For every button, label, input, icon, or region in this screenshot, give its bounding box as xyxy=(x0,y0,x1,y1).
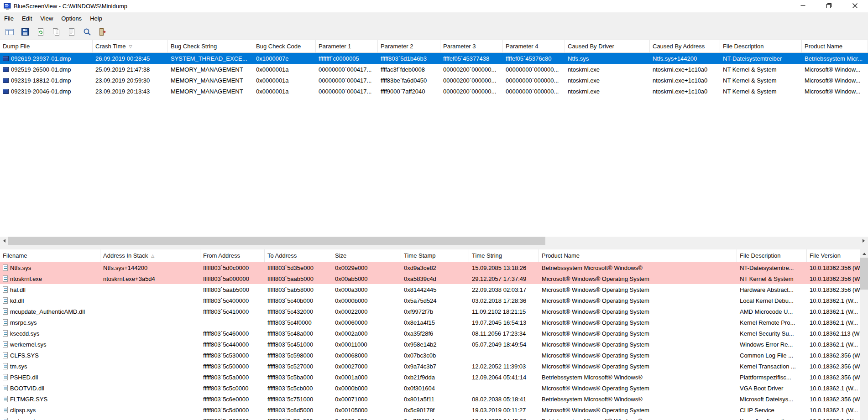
column-header-to-address[interactable]: To Address xyxy=(265,249,332,262)
column-header-product-name[interactable]: Product Name xyxy=(802,40,868,52)
cell-time-stamp: 0x07bc3c0b xyxy=(401,350,469,361)
menu-options[interactable]: Options xyxy=(57,13,86,24)
column-header-caused-by-driver[interactable]: Caused By Driver xyxy=(565,40,650,52)
table-row[interactable]: msrpc.sysfffff803`5c4f00000x000600000x8e… xyxy=(0,317,860,328)
menu-view[interactable]: View xyxy=(36,13,57,24)
cell-time-string: 12.09.2064 05:41:14 xyxy=(469,372,539,383)
cell-bug-check-code: 0x1000007e xyxy=(253,53,316,64)
cell-from-address: fffff803`5c6e0000 xyxy=(200,394,265,404)
table-row[interactable]: CLFS.SYSfffff803`5c530000fffff803`5c5980… xyxy=(0,350,860,361)
cell-time-stamp: 0x5c90178f xyxy=(401,404,469,415)
table-row[interactable]: cmimcext.sysfffff803`5c760000fffff803`5c… xyxy=(0,415,860,420)
scroll-left-arrow[interactable] xyxy=(0,237,8,245)
menu-file[interactable]: File xyxy=(0,13,18,24)
cell-time-string xyxy=(469,350,539,361)
minimize-button[interactable] xyxy=(790,0,816,12)
cell-file-description: Plattformspezifisc... xyxy=(737,372,807,383)
cell-from-address: fffff803`5c760000 xyxy=(200,415,265,420)
column-header-dump-file[interactable]: Dump File xyxy=(0,40,93,52)
table-row[interactable]: tm.sysfffff803`5c500000fffff803`5c527000… xyxy=(0,361,860,372)
cell-address-in-stack xyxy=(100,317,200,328)
cell-file-description: NT Kernel & System xyxy=(720,64,802,75)
vertical-scrollbar-thumb[interactable] xyxy=(860,258,868,290)
menu-edit[interactable]: Edit xyxy=(18,13,36,24)
table-row[interactable]: hal.dllfffff803`5aab5000fffff803`5ab5800… xyxy=(0,284,860,295)
column-header-from-address[interactable]: From Address xyxy=(200,249,265,262)
column-header-crash-time[interactable]: Crash Time▽ xyxy=(93,40,168,52)
cell-file-description: NT-Dateisystemtreiber xyxy=(720,53,802,64)
cell-caused-by-driver: ntoskrnl.exe xyxy=(565,86,650,97)
module-list-body[interactable]: Ntfs.sysNtfs.sys+144200fffff803`5d0c0000… xyxy=(0,262,860,420)
properties-icon[interactable] xyxy=(66,26,77,37)
cell-time-stamp: 0xc7f022b4 xyxy=(401,415,469,420)
find-icon[interactable] xyxy=(81,26,93,37)
column-header-parameter-4[interactable]: Parameter 4 xyxy=(503,40,565,52)
sort-indicator-icon: ▽ xyxy=(129,44,132,49)
scroll-up-arrow[interactable] xyxy=(860,249,868,258)
close-button[interactable] xyxy=(842,0,868,12)
cell-file-description: Kernel Remote Pro... xyxy=(737,317,807,328)
column-header-file-description[interactable]: File Description xyxy=(737,249,807,262)
column-header-size[interactable]: Size xyxy=(332,249,401,262)
cell-time-string: 11.09.2102 18:21:15 xyxy=(469,306,539,317)
column-header-time-string[interactable]: Time String xyxy=(469,249,539,262)
horizontal-scrollbar[interactable] xyxy=(0,237,868,245)
load-icon[interactable] xyxy=(35,26,46,37)
table-row[interactable]: mcupdate_AuthenticAMD.dllfffff803`5c4100… xyxy=(0,306,860,317)
vertical-scrollbar[interactable] xyxy=(860,249,868,420)
restore-icon xyxy=(826,3,831,10)
column-header-file-description[interactable]: File Description xyxy=(720,40,802,52)
cell-time-string: 18.04.2076 04:45:08 xyxy=(469,415,539,420)
table-row[interactable]: FLTMGR.SYSfffff803`5c6e0000fffff803`5c75… xyxy=(0,394,860,404)
scroll-right-arrow[interactable] xyxy=(860,237,868,245)
cell-to-address: fffff803`5c432000 xyxy=(265,306,332,317)
column-header-parameter-3[interactable]: Parameter 3 xyxy=(440,40,503,52)
column-header-parameter-1[interactable]: Parameter 1 xyxy=(316,40,378,52)
column-header-filename[interactable]: Filename xyxy=(0,249,100,262)
advanced-options-icon[interactable] xyxy=(4,26,15,37)
cell-time-string xyxy=(469,383,539,394)
cell-caused-by-driver: ntoskrnl.exe xyxy=(565,75,650,86)
table-row[interactable]: 092619-23937-01.dmp26.09.2019 00:28:45SY… xyxy=(0,53,868,64)
table-row[interactable]: clipsp.sysfffff803`5c5d0000fffff803`5c6d… xyxy=(0,404,860,415)
column-header-caused-by-address[interactable]: Caused By Address xyxy=(650,40,720,52)
dump-file-icon xyxy=(3,89,9,94)
column-header-bug-check-code[interactable]: Bug Check Code xyxy=(253,40,316,52)
table-row[interactable]: ksecdd.sysfffff803`5c460000fffff803`5c48… xyxy=(0,328,860,339)
cell-size: 0x0000b000 xyxy=(332,383,401,394)
table-row[interactable]: ntoskrnl.exentoskrnl.exe+3a5d4fffff803`5… xyxy=(0,273,860,284)
cell-time-stamp: 0x801a5f11 xyxy=(401,394,469,404)
column-header-address-in-stack[interactable]: Address In Stack△ xyxy=(100,249,200,262)
column-header-product-name[interactable]: Product Name xyxy=(539,249,737,262)
menu-help[interactable]: Help xyxy=(86,13,106,24)
cell-file-description: NT Kernel & System xyxy=(720,75,802,86)
table-row[interactable]: 092519-26500-01.dmp25.09.2019 21:47:38ME… xyxy=(0,64,868,75)
column-header-file-version[interactable]: File Version xyxy=(807,249,860,262)
cell-from-address: fffff803`5a000000 xyxy=(200,273,265,284)
table-row[interactable]: 092319-18812-01.dmp23.09.2019 20:59:30ME… xyxy=(0,75,868,86)
cell-address-in-stack: Ntfs.sys+144200 xyxy=(100,262,200,273)
column-header-time-stamp[interactable]: Time Stamp xyxy=(401,249,469,262)
table-row[interactable]: 092319-20046-01.dmp23.09.2019 20:13:43ME… xyxy=(0,86,868,97)
table-row[interactable]: Ntfs.sysNtfs.sys+144200fffff803`5d0c0000… xyxy=(0,262,860,273)
column-header-bug-check-string[interactable]: Bug Check String xyxy=(168,40,253,52)
cell-filename: Ntfs.sys xyxy=(0,262,100,273)
cell-size: 0x0000c000 xyxy=(332,415,401,420)
pane-splitter[interactable] xyxy=(0,245,868,249)
cell-file-description: CLIP Service xyxy=(737,404,807,415)
cell-to-address: fffff803`5c598000 xyxy=(265,350,332,361)
table-row[interactable]: werkernel.sysfffff803`5c440000fffff803`5… xyxy=(0,339,860,350)
exit-icon[interactable] xyxy=(97,26,108,37)
horizontal-scrollbar-thumb[interactable] xyxy=(8,237,545,245)
cell-filename: FLTMGR.SYS xyxy=(0,394,100,404)
save-icon[interactable] xyxy=(19,26,31,37)
dump-file-icon xyxy=(3,67,9,72)
table-row[interactable]: PSHED.dllfffff803`5c5a0000fffff803`5c5ba… xyxy=(0,372,860,383)
cell-to-address: fffff803`5c5ba000 xyxy=(265,372,332,383)
copy-icon[interactable] xyxy=(50,26,62,37)
table-row[interactable]: BOOTVID.dllfffff803`5c5c0000fffff803`5c5… xyxy=(0,383,860,394)
table-row[interactable]: kd.dllfffff803`5c400000fffff803`5c40b000… xyxy=(0,295,860,306)
dump-list-body[interactable]: 092619-23937-01.dmp26.09.2019 00:28:45SY… xyxy=(0,53,868,237)
column-header-parameter-2[interactable]: Parameter 2 xyxy=(378,40,440,52)
restore-button[interactable] xyxy=(816,0,842,12)
